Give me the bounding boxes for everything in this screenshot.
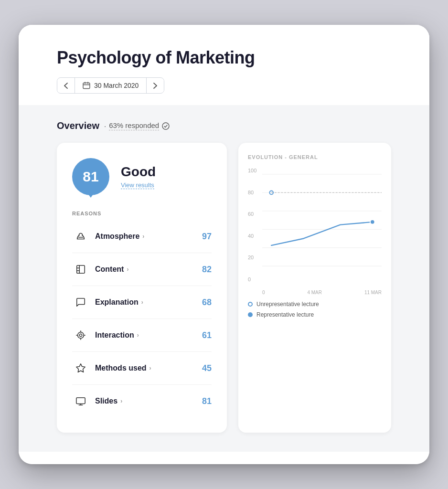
reason-name: Explanation › — [95, 298, 194, 307]
svg-point-8 — [78, 332, 84, 339]
device-frame: Psychology of Marketing 30 March 2020 — [19, 25, 429, 464]
prev-date-button[interactable] — [57, 79, 75, 93]
reason-name: Slides › — [95, 397, 194, 405]
reason-icon-methods — [72, 360, 89, 377]
reason-row-explanation[interactable]: Explanation › 68 — [72, 286, 212, 319]
reason-row-atmosphere[interactable]: Atmosphere › 97 — [72, 220, 212, 253]
score-info: Good View results — [121, 164, 156, 189]
score-grade: Good — [121, 164, 156, 180]
chart-y-labels: 100 80 60 40 20 0 — [248, 168, 256, 282]
svg-point-25 — [370, 220, 375, 224]
legend-representative-label: Representative lecture — [256, 311, 314, 318]
content-grid: 81 Good View results REASONS — [57, 143, 391, 433]
reason-icon-atmosphere — [72, 228, 89, 245]
page-title: Psychology of Marketing — [57, 48, 391, 68]
y-label-100: 100 — [248, 168, 256, 173]
reason-row-content[interactable]: Content › 82 — [72, 253, 212, 286]
overview-header: Overview · 63% responded — [57, 120, 391, 131]
evolution-card: EVOLUTION - GENERAL 100 80 60 40 20 0 — [238, 143, 391, 433]
svg-marker-13 — [76, 364, 85, 372]
reason-icon-slides — [72, 393, 89, 410]
chevron-left-icon — [64, 83, 68, 89]
chart-x-labels: 0 4 MAR 11 MAR — [262, 290, 382, 295]
reason-name: Methods used › — [95, 364, 194, 372]
y-label-60: 60 — [248, 211, 256, 217]
svg-rect-3 — [77, 266, 85, 274]
page-content: Psychology of Marketing 30 March 2020 — [19, 25, 429, 464]
reason-chevron-icon: › — [127, 266, 128, 273]
y-label-20: 20 — [248, 255, 256, 260]
score-number: 81 — [83, 169, 98, 185]
reason-row-slides[interactable]: Slides › 81 — [72, 385, 212, 417]
reason-chevron-icon: › — [141, 299, 143, 306]
reason-icon-explanation — [72, 294, 89, 311]
legend-unrepresentative-label: Unrepresentative lecture — [256, 301, 319, 308]
score-top: 81 Good View results — [72, 158, 212, 195]
reasons-label: REASONS — [72, 211, 212, 216]
calendar-icon — [83, 82, 90, 89]
next-date-button[interactable] — [147, 79, 164, 93]
svg-point-7 — [79, 334, 82, 337]
chart-inner — [262, 168, 382, 273]
evolution-title: EVOLUTION - GENERAL — [248, 154, 382, 160]
reason-name: Atmosphere › — [95, 232, 194, 241]
overview-subtitle: · 63% responded — [104, 121, 170, 130]
y-label-80: 80 — [248, 190, 256, 195]
reason-score: 68 — [194, 298, 212, 308]
chevron-right-icon — [153, 83, 157, 89]
x-label-11mar: 11 MAR — [364, 290, 382, 295]
score-card: 81 Good View results REASONS — [57, 143, 227, 433]
reason-chevron-icon: › — [149, 365, 151, 372]
svg-rect-14 — [76, 398, 85, 404]
reason-score: 81 — [194, 396, 212, 406]
svg-rect-0 — [83, 83, 90, 89]
reason-chevron-icon: › — [142, 233, 144, 240]
reason-score: 97 — [194, 232, 212, 242]
legend-dot-filled-icon — [248, 312, 253, 317]
y-label-0: 0 — [248, 276, 256, 282]
view-results-link[interactable]: View results — [121, 181, 154, 189]
reason-score: 61 — [194, 330, 212, 340]
reason-chevron-icon: › — [137, 332, 139, 339]
overview-section: Overview · 63% responded 81 — [19, 105, 429, 452]
x-label-4mar: 4 MAR — [307, 290, 322, 295]
date-label: 30 March 2020 — [94, 82, 139, 89]
reason-score: 45 — [194, 363, 212, 373]
date-display: 30 March 2020 — [75, 78, 147, 93]
responded-text: 63% responded — [109, 121, 159, 130]
reason-score: 82 — [194, 265, 212, 275]
date-navigation: 30 March 2020 — [57, 77, 164, 94]
legend-representative: Representative lecture — [248, 311, 382, 318]
reason-name: Interaction › — [95, 331, 194, 340]
reasons-list: Atmosphere › 97 Content › 82 — [72, 220, 212, 417]
legend-dot-empty-icon — [248, 302, 253, 307]
legend-unrepresentative: Unrepresentative lecture — [248, 301, 382, 308]
reason-row-methods-used[interactable]: Methods used › 45 — [72, 352, 212, 385]
reason-chevron-icon: › — [120, 398, 122, 404]
y-label-40: 40 — [248, 233, 256, 239]
evolution-chart-svg — [262, 168, 382, 273]
reason-icon-content — [72, 261, 89, 278]
x-label-0: 0 — [262, 290, 265, 295]
header: Psychology of Marketing 30 March 2020 — [19, 25, 429, 105]
reason-name: Content › — [95, 265, 194, 274]
reason-icon-interaction — [72, 327, 89, 344]
svg-point-1 — [162, 123, 169, 129]
chart-area: 100 80 60 40 20 0 — [248, 168, 382, 282]
overview-title: Overview — [57, 120, 99, 131]
score-bubble: 81 — [72, 158, 109, 195]
check-circle-icon — [162, 122, 170, 130]
chart-legend: Unrepresentative lecture Representative … — [248, 301, 382, 318]
dot-separator: · — [104, 122, 106, 130]
reason-row-interaction[interactable]: Interaction › 61 — [72, 319, 212, 352]
